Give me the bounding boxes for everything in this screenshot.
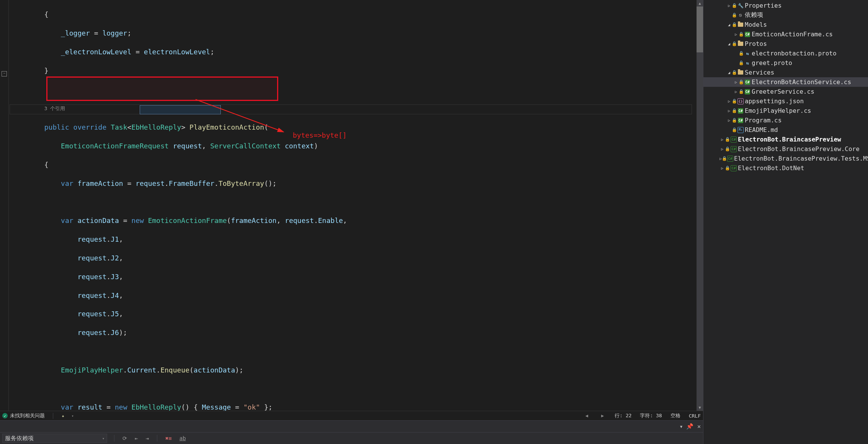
file-type-icon: C# bbox=[737, 118, 744, 123]
tree-twisty-icon[interactable]: ▷ bbox=[720, 137, 725, 141]
chevron-down-icon: ▾ bbox=[102, 436, 104, 441]
tree-item--[interactable]: 🔒⎋依赖项 bbox=[703, 10, 868, 20]
file-type-icon: C# bbox=[744, 89, 751, 94]
lock-icon: 🔒 bbox=[732, 99, 737, 104]
filter-icon[interactable]: ab bbox=[178, 435, 187, 441]
service-deps-combo-label: 服务依赖项 bbox=[5, 435, 34, 442]
tree-item-label: ElectronBot.DotNet bbox=[737, 164, 804, 172]
file-type-icon: M↓ bbox=[737, 127, 744, 133]
tree-twisty-icon[interactable]: ▷ bbox=[733, 32, 739, 36]
tree-twisty-icon[interactable]: ◢ bbox=[726, 42, 732, 46]
vs-root: − { _logger = logger; _electronLowLevel … bbox=[0, 0, 868, 444]
tree-item-label: greet.proto bbox=[751, 59, 792, 67]
tree-twisty-icon[interactable]: ▷ bbox=[733, 89, 739, 94]
tree-item-appsettings-json[interactable]: ▷🔒{}appsettings.json bbox=[703, 96, 868, 106]
lock-icon: 🔒 bbox=[739, 32, 744, 37]
fold-toggle-method[interactable]: − bbox=[2, 71, 7, 76]
file-type-icon: C# bbox=[730, 146, 737, 152]
lock-icon: 🔒 bbox=[739, 89, 744, 94]
bottom-panel-toolbar: ▼ 📌 ✕ bbox=[0, 420, 703, 432]
scroll-thumb[interactable] bbox=[697, 7, 703, 52]
lightbulb-icon[interactable]: ✦ bbox=[62, 413, 65, 419]
tree-item-program-cs[interactable]: ▷🔒C#Program.cs bbox=[703, 115, 868, 125]
tree-item-label: ElectronBot.BraincasePreview.Tests.MSTes… bbox=[733, 155, 868, 162]
solution-explorer[interactable]: ▷🔒🔧Properties🔒⎋依赖项◢🔒Models▷🔒C#EmoticonAc… bbox=[703, 0, 868, 444]
tree-item-properties[interactable]: ▷🔒🔧Properties bbox=[703, 1, 868, 10]
file-type-icon: ⇆ bbox=[744, 51, 751, 56]
lock-icon: 🔒 bbox=[732, 41, 737, 46]
lock-icon: 🔒 bbox=[722, 156, 727, 161]
lock-icon: 🔒 bbox=[732, 70, 737, 75]
editor-vertical-scrollbar[interactable]: ▲ ▼ bbox=[697, 0, 703, 411]
editor-column: − { _logger = logger; _electronLowLevel … bbox=[0, 0, 703, 444]
status-col[interactable]: 字符: 38 bbox=[640, 412, 662, 419]
tree-twisty-icon[interactable]: ▷ bbox=[726, 3, 732, 8]
file-type-icon: C# bbox=[730, 165, 737, 171]
scroll-down-arrow-icon[interactable]: ▼ bbox=[697, 404, 703, 411]
file-type-icon: ⎋ bbox=[737, 12, 744, 18]
panel-dropdown-icon[interactable]: ▼ bbox=[680, 424, 682, 429]
file-type-icon: C# bbox=[730, 137, 737, 143]
tree-item-protos[interactable]: ◢🔒Protos bbox=[703, 39, 868, 49]
tree-item-label: EmojiPlayHelper.cs bbox=[744, 107, 811, 114]
expand-icon[interactable]: ⇥ bbox=[144, 435, 150, 441]
tree-item-greeterservice-cs[interactable]: ▷🔒C#GreeterService.cs bbox=[703, 87, 868, 96]
lock-icon: 🔒 bbox=[739, 51, 744, 56]
annotation-text: bytes=>byte[] bbox=[293, 131, 347, 140]
tree-item-electronbot-braincasepreview-core[interactable]: ▷🔒C#ElectronBot.BraincasePreview.Core bbox=[703, 144, 868, 154]
tree-twisty-icon[interactable]: ▷ bbox=[726, 118, 732, 122]
lock-icon: 🔒 bbox=[725, 166, 730, 171]
code-editor[interactable]: { _logger = logger; _electronLowLevel = … bbox=[9, 0, 697, 411]
tree-item-emojiplayhelper-cs[interactable]: ▷🔒C#EmojiPlayHelper.cs bbox=[703, 106, 868, 115]
service-deps-panel-header: 服务依赖项 ▾ │ ⟳ ⇤ ⇥ │ ✖≡ ab bbox=[0, 432, 703, 444]
tree-item-electronbot-braincasepreview-tests-mstest[interactable]: ▷🔒C#ElectronBot.BraincasePreview.Tests.M… bbox=[703, 154, 868, 163]
panel-close-icon[interactable]: ✕ bbox=[697, 423, 701, 430]
tree-item-services[interactable]: ◢🔒Services bbox=[703, 68, 868, 77]
tree-twisty-icon[interactable]: ▷ bbox=[733, 80, 739, 84]
tree-twisty-icon[interactable]: ◢ bbox=[726, 70, 732, 75]
collapse-icon[interactable]: ⇤ bbox=[134, 435, 139, 441]
tree-item-electronbotaction-proto[interactable]: 🔒⇆electronbotaction.proto bbox=[703, 49, 868, 58]
tree-item-models[interactable]: ◢🔒Models bbox=[703, 20, 868, 29]
lock-icon: 🔒 bbox=[732, 13, 737, 18]
tree-item-greet-proto[interactable]: 🔒⇆greet.proto bbox=[703, 58, 868, 68]
tree-twisty-icon[interactable]: ▷ bbox=[726, 99, 732, 103]
refresh-icon[interactable]: ⟳ bbox=[121, 435, 128, 441]
tree-item-label: ElectronBot.BraincasePreview bbox=[737, 136, 841, 143]
tree-item-readme-md[interactable]: 🔒M↓README.md bbox=[703, 125, 868, 135]
tree-item-label: Services bbox=[744, 69, 774, 76]
tree-item-label: GreeterService.cs bbox=[751, 88, 814, 95]
annotation-arrow-icon bbox=[192, 96, 295, 141]
nav-prev-icon[interactable]: ◀ bbox=[583, 413, 591, 418]
check-circle-icon: ✓ bbox=[2, 413, 8, 418]
tree-item-label: ElectronBot.BraincasePreview.Core bbox=[737, 145, 860, 153]
file-type-icon: C# bbox=[727, 156, 733, 162]
tree-twisty-icon[interactable]: ▷ bbox=[720, 147, 725, 151]
status-eol[interactable]: CRLF bbox=[689, 413, 701, 419]
tree-item-electronbotactionservice-cs[interactable]: ▷🔒C#ElectronBotActionService.cs bbox=[703, 77, 868, 87]
lock-icon: 🔒 bbox=[725, 146, 730, 151]
clear-icon[interactable]: ✖≡ bbox=[164, 435, 173, 441]
tree-item-emoticonactionframe-cs[interactable]: ▷🔒C#EmoticonActionFrame.cs bbox=[703, 29, 868, 39]
codelens-refs[interactable]: 3 个引用 bbox=[44, 106, 65, 111]
editor-gutter[interactable]: − bbox=[0, 0, 9, 411]
tree-twisty-icon[interactable]: ◢ bbox=[726, 23, 732, 27]
lock-icon: 🔒 bbox=[732, 108, 737, 113]
tree-item-label: README.md bbox=[744, 126, 778, 133]
service-deps-combo[interactable]: 服务依赖项 ▾ bbox=[2, 434, 107, 443]
file-type-icon bbox=[737, 42, 744, 46]
status-no-issues[interactable]: ✓ 未找到相关问题 bbox=[2, 412, 45, 419]
scroll-up-arrow-icon[interactable]: ▲ bbox=[697, 0, 703, 7]
tree-item-label: Properties bbox=[744, 2, 782, 9]
nav-next-icon[interactable]: ▶ bbox=[599, 413, 606, 418]
panel-pin-icon[interactable]: 📌 bbox=[686, 423, 693, 430]
tree-item-electronbot-dotnet[interactable]: ▷🔒C#ElectronBot.DotNet bbox=[703, 163, 868, 173]
tree-twisty-icon[interactable]: ▷ bbox=[720, 166, 725, 170]
lock-icon: 🔒 bbox=[739, 80, 744, 85]
lock-icon: 🔒 bbox=[725, 137, 730, 142]
tree-item-electronbot-braincasepreview[interactable]: ▷🔒C#ElectronBot.BraincasePreview bbox=[703, 135, 868, 144]
status-line[interactable]: 行: 22 bbox=[615, 412, 631, 419]
status-indent[interactable]: 空格 bbox=[671, 412, 680, 419]
tree-twisty-icon[interactable]: ▷ bbox=[726, 109, 732, 113]
file-type-icon: ⇆ bbox=[744, 60, 751, 66]
